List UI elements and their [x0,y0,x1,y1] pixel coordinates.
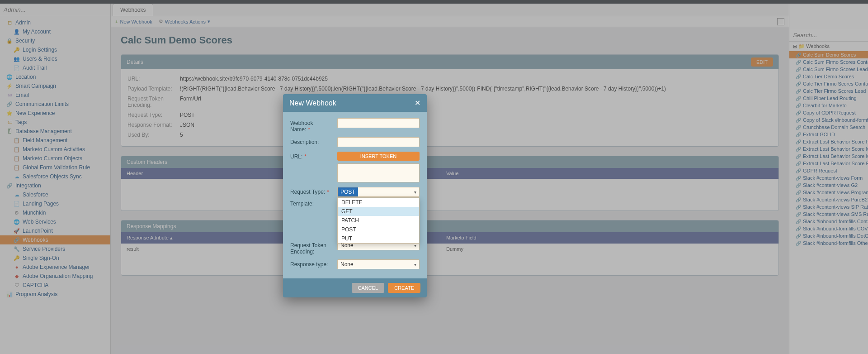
url-input[interactable] [337,163,420,182]
field-label: Template: [290,199,334,207]
modal-title-text: New Webhook [289,99,336,107]
select-value: None [340,261,354,268]
dropdown-option[interactable]: PUT [338,234,419,243]
select-value: POST [338,187,358,196]
description-input[interactable] [337,137,420,147]
dropdown-option[interactable]: POST [338,225,419,234]
request-type-select[interactable]: POST ▾ DELETEGETPATCHPOSTPUT [337,187,420,197]
field-label: URL: [290,152,334,160]
webhook-name-input[interactable] [337,118,420,128]
field-label: Webhook Name: [290,118,334,133]
new-webhook-modal: New Webhook ✕ Webhook Name: Description:… [283,94,427,297]
field-label: Description: [290,137,334,145]
dropdown-option[interactable]: GET [338,207,419,216]
chevron-down-icon: ▾ [414,190,416,195]
cancel-button[interactable]: CANCEL [352,283,385,293]
field-label: Response type: [290,259,334,268]
insert-token-button[interactable]: INSERT TOKEN [337,152,420,161]
close-icon[interactable]: ✕ [415,99,420,107]
chevron-down-icon: ▾ [414,262,416,267]
response-type-select[interactable]: None ▾ [337,259,420,269]
field-label: Request Token Encoding: [290,240,334,255]
dropdown-option[interactable]: PATCH [338,216,419,225]
dropdown-option[interactable]: DELETE [338,198,419,207]
request-type-dropdown: DELETEGETPATCHPOSTPUT [337,197,420,244]
modal-scrim[interactable] [0,0,868,354]
chevron-down-icon: ▾ [414,243,416,248]
field-label: Request Type: [290,187,334,195]
create-button[interactable]: CREATE [388,283,420,293]
